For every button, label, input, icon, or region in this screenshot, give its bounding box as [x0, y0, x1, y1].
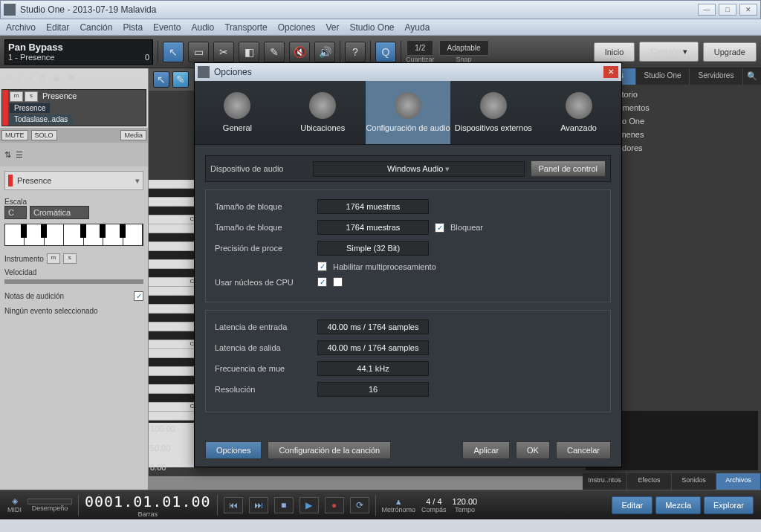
- multiproc-checkbox[interactable]: ✓: [317, 262, 327, 271]
- dialog-title: Opciones: [214, 67, 603, 77]
- menu-archivo[interactable]: Archivo: [6, 22, 36, 33]
- menu-ver[interactable]: Ver: [326, 22, 339, 33]
- menu-pista[interactable]: Pista: [123, 22, 143, 33]
- dtab-dispositivos[interactable]: Dispositivos externos: [450, 81, 536, 144]
- block1-label: Tamaño de bloque: [215, 202, 311, 211]
- group-icon[interactable]: ◉: [53, 74, 60, 83]
- quantize-value[interactable]: 1/2: [407, 40, 433, 56]
- listen-tool-icon[interactable]: 🔊: [314, 42, 335, 62]
- mute-tool-icon[interactable]: 🔇: [289, 42, 310, 62]
- track-header[interactable]: Pan Bypass 1 - Presence0: [4, 39, 153, 65]
- mute-icon[interactable]: m: [10, 91, 23, 102]
- cpu-core1-checkbox[interactable]: ✓: [317, 277, 327, 287]
- track-row[interactable]: m s Presence Presence Todaslase..adas: [1, 89, 146, 126]
- dropdown-icon[interactable]: ▾: [135, 176, 140, 186]
- menu-editar[interactable]: Editar: [46, 22, 69, 33]
- eraser-tool-icon[interactable]: ◧: [239, 42, 259, 62]
- bloquear-checkbox[interactable]: ✓: [435, 223, 444, 233]
- dialog-tabs: General Ubicaciones Configuración de aud…: [195, 81, 621, 145]
- close-button[interactable]: ✕: [739, 4, 757, 16]
- split-tool-icon[interactable]: ✂: [213, 42, 234, 62]
- center-paint-tool-icon[interactable]: ✎: [172, 71, 189, 88]
- menu-transporte[interactable]: Transporte: [224, 22, 268, 33]
- metronome-icon[interactable]: ▲: [395, 497, 403, 506]
- menu-evento[interactable]: Evento: [153, 22, 181, 33]
- btab-sonidos[interactable]: Sonidos: [672, 473, 716, 490]
- info-icon[interactable]: i: [18, 74, 19, 82]
- list-icon[interactable]: ☰: [16, 150, 23, 160]
- menu-cancion[interactable]: Canción: [80, 22, 112, 33]
- dtab-audio[interactable]: Configuración de audio: [366, 81, 451, 144]
- quantize-icon[interactable]: Q: [375, 42, 396, 62]
- duplicate-icon[interactable]: ⧉: [39, 74, 45, 83]
- midi-icon[interactable]: ◈: [12, 496, 18, 506]
- snap-value[interactable]: Adaptable: [439, 40, 489, 56]
- global-solo[interactable]: SOLO: [31, 130, 57, 140]
- tempo-value[interactable]: 120.00: [453, 497, 478, 506]
- menu-studio-one[interactable]: Studio One: [349, 22, 394, 33]
- sort-icon[interactable]: ⇅: [4, 150, 11, 160]
- record-icon[interactable]: ●: [325, 497, 344, 513]
- rewind-icon[interactable]: ⏮: [224, 497, 243, 513]
- loop-icon[interactable]: ⟳: [350, 497, 369, 513]
- track-sub: 1 - Presence: [8, 53, 54, 62]
- range-tool-icon[interactable]: ▭: [188, 42, 209, 62]
- search-icon[interactable]: 🔍: [743, 68, 761, 85]
- compas-value[interactable]: 4 / 4: [426, 497, 441, 506]
- menu-audio[interactable]: Audio: [191, 22, 214, 33]
- center-arrow-tool-icon[interactable]: ↖: [153, 71, 169, 88]
- ok-button[interactable]: OK: [516, 441, 550, 459]
- menu-bar: Archivo Editar Canción Pista Evento Audi…: [0, 19, 761, 36]
- arrow-tool-icon[interactable]: ↖: [163, 42, 184, 62]
- inicio-button[interactable]: Inicio: [594, 42, 635, 62]
- h-scrollbar[interactable]: [149, 476, 583, 490]
- menu-opciones[interactable]: Opciones: [278, 22, 316, 33]
- solo-icon[interactable]: s: [25, 91, 38, 102]
- panel-control-button[interactable]: Panel de control: [531, 160, 606, 177]
- inst-mute-icon[interactable]: m: [47, 253, 60, 264]
- tab-servidores[interactable]: Servidores: [690, 68, 743, 85]
- maximize-button[interactable]: □: [719, 4, 736, 16]
- dtab-avanzado[interactable]: Avanzado: [536, 81, 621, 144]
- btab-efectos[interactable]: Efectos: [627, 473, 672, 490]
- btab-archivos[interactable]: Archivos: [716, 473, 761, 490]
- editar-button[interactable]: Editar: [612, 496, 652, 514]
- device-dropdown[interactable]: Windows Audio: [313, 161, 525, 177]
- cancelar-button[interactable]: Cancelar: [556, 441, 611, 459]
- upgrade-button[interactable]: Upgrade: [703, 42, 757, 62]
- media-button[interactable]: Media: [120, 130, 146, 140]
- left-panel: ≡ i + ⧉ ◉ ⚑ m s Presence Presence Todasl…: [0, 68, 149, 490]
- tab-studio-one[interactable]: Studio One: [636, 68, 690, 85]
- dtab-general[interactable]: General: [195, 81, 280, 144]
- opciones-button[interactable]: Opciones: [205, 441, 262, 459]
- precision-value[interactable]: Simple (32 Bit): [317, 241, 429, 256]
- block1-value[interactable]: 1764 muestras: [317, 199, 429, 214]
- aplicar-button[interactable]: Aplicar: [462, 441, 510, 459]
- stop-icon[interactable]: ■: [274, 497, 294, 513]
- add-icon[interactable]: +: [27, 74, 32, 82]
- dialog-close-icon[interactable]: ✕: [603, 66, 618, 78]
- notas-checkbox[interactable]: ✓: [134, 291, 143, 301]
- block2-value[interactable]: 1764 muestras: [317, 220, 429, 235]
- btab-instrumentos[interactable]: Instru..ntos: [583, 473, 627, 490]
- global-mute[interactable]: MUTE: [1, 130, 28, 140]
- menu-ayuda[interactable]: Ayuda: [405, 22, 430, 33]
- mezcla-button[interactable]: Mezcla: [655, 496, 701, 514]
- dtab-ubicaciones[interactable]: Ubicaciones: [280, 81, 366, 144]
- key-input[interactable]: [4, 206, 27, 219]
- flag-icon[interactable]: ⚑: [68, 74, 75, 83]
- time-display[interactable]: 0001.01.01.00: [85, 493, 211, 510]
- pencil-tool-icon[interactable]: ✎: [264, 42, 285, 62]
- minimize-button[interactable]: —: [698, 4, 716, 16]
- cpu-core2-checkbox[interactable]: [333, 277, 343, 287]
- play-icon[interactable]: ▶: [299, 497, 319, 513]
- ffwd-icon[interactable]: ⏭: [249, 497, 268, 513]
- menu-icon[interactable]: ≡: [6, 74, 10, 82]
- explorar-button[interactable]: Explorar: [704, 496, 754, 514]
- cancion-button[interactable]: Canción ▾: [639, 42, 698, 62]
- dialog-titlebar[interactable]: Opciones ✕: [195, 63, 621, 81]
- inst-solo-icon[interactable]: s: [63, 253, 77, 264]
- config-cancion-button[interactable]: Configuración de la canción: [268, 441, 391, 459]
- scale-input[interactable]: [30, 206, 89, 219]
- help-icon[interactable]: ?: [345, 42, 366, 62]
